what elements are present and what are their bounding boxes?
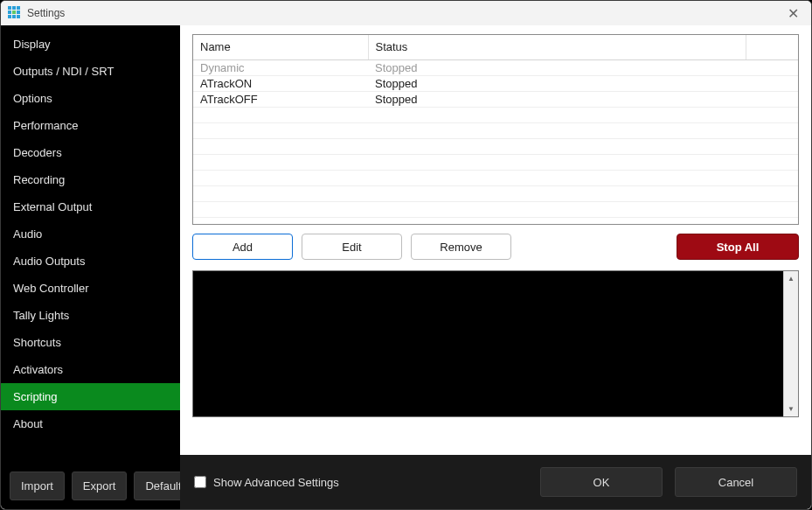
column-header-status[interactable]: Status	[368, 35, 746, 59]
sidebar-item-decoders[interactable]: Decoders	[1, 139, 180, 166]
cell-extra	[746, 91, 798, 107]
svg-rect-5	[17, 10, 20, 14]
sidebar-item-display[interactable]: Display	[1, 31, 180, 58]
scroll-down-icon[interactable]: ▼	[784, 402, 799, 416]
show-advanced-input[interactable]	[194, 476, 206, 488]
window-title: Settings	[27, 7, 65, 19]
script-table[interactable]: Name Status DynamicStoppedATrackONStoppe…	[192, 34, 799, 225]
script-editor: ▲ ▼	[192, 270, 799, 417]
close-icon[interactable]: ✕	[782, 5, 804, 22]
sidebar-item-activators[interactable]: Activators	[1, 356, 180, 383]
cell-name: Dynamic	[193, 59, 368, 75]
cell-status: Stopped	[368, 75, 746, 91]
svg-rect-1	[12, 6, 16, 10]
sidebar-item-scripting[interactable]: Scripting	[1, 383, 180, 410]
ok-button[interactable]: OK	[540, 467, 663, 497]
main-panel: Name Status DynamicStoppedATrackONStoppe…	[180, 25, 811, 509]
sidebar-item-performance[interactable]: Performance	[1, 112, 180, 139]
sidebar-item-audio-outputs[interactable]: Audio Outputs	[1, 248, 180, 275]
sidebar-item-web-controller[interactable]: Web Controller	[1, 275, 180, 302]
cell-status: Stopped	[368, 59, 746, 75]
svg-rect-4	[12, 10, 16, 14]
sidebar-item-audio[interactable]: Audio	[1, 220, 180, 248]
cancel-button[interactable]: Cancel	[675, 467, 797, 497]
sidebar-footer: Import Export Default	[1, 463, 180, 509]
table-row-empty	[193, 138, 798, 154]
cell-status: Stopped	[368, 91, 746, 107]
table-row-empty	[193, 154, 798, 170]
edit-button[interactable]: Edit	[302, 234, 402, 260]
sidebar-item-options[interactable]: Options	[1, 85, 180, 112]
bottom-bar: Show Advanced Settings OK Cancel	[180, 455, 811, 509]
cell-name: ATrackON	[193, 75, 368, 91]
stop-all-button[interactable]: Stop All	[677, 234, 799, 260]
table-row[interactable]: ATrackOFFStopped	[193, 91, 798, 107]
svg-rect-6	[8, 15, 11, 18]
cell-name: ATrackOFF	[193, 91, 368, 107]
cell-extra	[746, 75, 798, 91]
scrollbar[interactable]: ▲ ▼	[783, 271, 798, 416]
svg-rect-2	[17, 6, 20, 10]
sidebar: DisplayOutputs / NDI / SRTOptionsPerform…	[1, 25, 180, 509]
add-button[interactable]: Add	[192, 234, 293, 260]
sidebar-item-outputs-ndi-srt[interactable]: Outputs / NDI / SRT	[1, 58, 180, 85]
table-row-empty	[193, 107, 798, 122]
svg-rect-0	[8, 6, 11, 10]
table-row-empty	[193, 201, 798, 217]
svg-rect-3	[8, 10, 11, 14]
table-row[interactable]: DynamicStopped	[193, 59, 798, 75]
column-header-name[interactable]: Name	[193, 35, 368, 59]
settings-window: Settings ✕ DisplayOutputs / NDI / SRTOpt…	[0, 0, 812, 510]
cell-extra	[746, 59, 798, 75]
script-editor-text[interactable]	[193, 271, 783, 416]
table-row-empty	[193, 122, 798, 138]
sidebar-item-about[interactable]: About	[1, 410, 180, 437]
svg-rect-7	[12, 15, 16, 18]
show-advanced-label: Show Advanced Settings	[213, 476, 339, 489]
sidebar-item-tally-lights[interactable]: Tally Lights	[1, 302, 180, 329]
show-advanced-checkbox[interactable]: Show Advanced Settings	[194, 476, 339, 489]
table-row-empty	[193, 170, 798, 185]
table-row-empty	[193, 185, 798, 201]
sidebar-list: DisplayOutputs / NDI / SRTOptionsPerform…	[1, 25, 180, 463]
svg-rect-8	[17, 15, 20, 18]
import-button[interactable]: Import	[10, 472, 65, 500]
titlebar: Settings ✕	[1, 1, 811, 25]
export-button[interactable]: Export	[72, 472, 128, 500]
sidebar-item-external-output[interactable]: External Output	[1, 193, 180, 220]
scroll-up-icon[interactable]: ▲	[784, 271, 799, 286]
app-icon	[8, 6, 22, 20]
action-row: Add Edit Remove Stop All	[192, 234, 799, 260]
remove-button[interactable]: Remove	[411, 234, 511, 260]
table-row[interactable]: ATrackONStopped	[193, 75, 798, 91]
table-row-empty	[193, 217, 798, 225]
sidebar-item-recording[interactable]: Recording	[1, 166, 180, 193]
column-header-extra[interactable]	[746, 35, 798, 59]
sidebar-item-shortcuts[interactable]: Shortcuts	[1, 329, 180, 356]
